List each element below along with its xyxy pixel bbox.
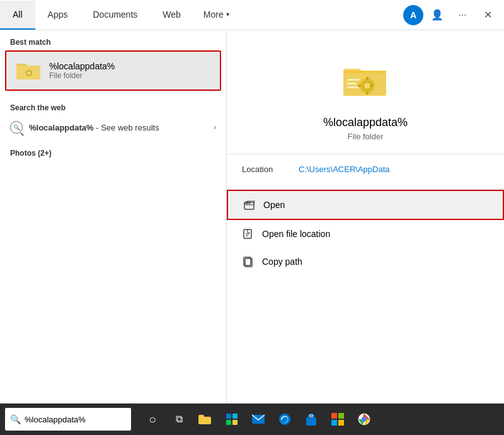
chrome-icon xyxy=(358,413,370,426)
main-content: Best match %localappdata% F xyxy=(0,30,504,403)
top-nav: All Apps Documents Web More ▾ A 👤 ··· ✕ xyxy=(0,0,504,30)
action-copy-path[interactable]: Copy path xyxy=(227,248,504,276)
meta-location-row: Location C:\Users\ACER\AppData xyxy=(242,165,489,174)
store-grid-icon xyxy=(226,413,238,426)
tab-documents[interactable]: Documents xyxy=(80,1,150,30)
copy-path-icon-svg xyxy=(243,256,254,267)
svg-rect-26 xyxy=(198,415,204,418)
close-icon: ✕ xyxy=(484,9,492,21)
edge-btn[interactable] xyxy=(273,408,296,431)
detail-title: %localappdata% xyxy=(323,116,408,129)
tab-more[interactable]: More ▾ xyxy=(193,1,239,30)
action-open-file-location[interactable]: Open file location xyxy=(227,220,504,248)
mail-btn[interactable] xyxy=(247,408,270,431)
photos-label: Photos (2+) xyxy=(0,141,226,161)
action-open[interactable]: Open xyxy=(227,190,504,220)
avatar[interactable]: A xyxy=(403,5,423,25)
explorer-icon xyxy=(198,414,212,425)
task-view-btn[interactable]: ⧉ xyxy=(168,408,190,431)
detail-meta: Location C:\Users\ACER\AppData xyxy=(227,165,504,179)
taskbar-icons: ○ ⧉ xyxy=(131,408,375,431)
best-match-text: %localappdata% File folder xyxy=(49,61,115,80)
tab-all[interactable]: All xyxy=(0,1,35,30)
svg-rect-27 xyxy=(226,414,231,419)
svg-rect-12 xyxy=(366,77,369,80)
svg-rect-33 xyxy=(306,417,316,426)
right-panel: %localappdata% File folder Location C:\U… xyxy=(227,30,504,403)
svg-rect-28 xyxy=(232,414,238,419)
chevron-down-icon: ▾ xyxy=(226,11,229,18)
person-icon: 👤 xyxy=(431,9,444,21)
photos-section: Photos (2+) xyxy=(0,141,226,161)
mail-icon xyxy=(251,414,265,424)
web-section-label: Search the web xyxy=(0,96,226,116)
taskbar-search-area[interactable]: 🔍 xyxy=(5,408,131,431)
best-match-title: %localappdata% xyxy=(49,61,115,71)
open-icon xyxy=(243,199,256,211)
search-window: All Apps Documents Web More ▾ A 👤 ··· ✕ … xyxy=(0,0,504,403)
folder-icon-small xyxy=(16,58,42,83)
action-file-location-label: Open file location xyxy=(262,229,330,239)
file-location-icon xyxy=(242,228,255,240)
search-input[interactable] xyxy=(25,415,126,424)
best-match-item[interactable]: %localappdata% File folder xyxy=(5,50,221,91)
chevron-right-icon: › xyxy=(214,123,216,132)
svg-rect-8 xyxy=(343,71,386,73)
detail-folder-icon xyxy=(340,55,391,106)
explorer-btn[interactable] xyxy=(194,408,217,431)
store-icon xyxy=(305,412,318,426)
svg-rect-18 xyxy=(347,86,358,88)
more-dots-icon: ··· xyxy=(458,9,466,21)
svg-rect-15 xyxy=(370,84,373,87)
more-options-btn[interactable]: ··· xyxy=(451,4,474,26)
svg-rect-35 xyxy=(331,413,337,419)
taskbar: 🔍 ○ ⧉ xyxy=(0,403,504,435)
web-search-item[interactable]: 🔍 %localappdata% - See web results › xyxy=(0,116,226,139)
web-search-section: Search the web 🔍 %localappdata% - See we… xyxy=(0,96,226,141)
store-btn[interactable] xyxy=(300,408,323,431)
svg-point-11 xyxy=(364,83,370,89)
tab-web[interactable]: Web xyxy=(150,1,193,30)
folder-icon-svg xyxy=(16,61,42,81)
svg-rect-30 xyxy=(232,420,238,425)
action-list: Open Open file location xyxy=(227,190,504,276)
location-label: Location xyxy=(242,165,286,174)
windows-tiles-icon xyxy=(331,413,344,426)
web-item-text: %localappdata% - See web results xyxy=(29,123,159,132)
copy-path-icon xyxy=(242,255,255,268)
left-panel: Best match %localappdata% F xyxy=(0,30,227,403)
action-open-label: Open xyxy=(263,200,285,210)
detail-divider-top xyxy=(227,154,504,154)
search-circle-icon: 🔍 xyxy=(10,121,23,134)
svg-rect-37 xyxy=(331,420,337,426)
action-copy-path-label: Copy path xyxy=(262,257,302,267)
windows-tiles-btn[interactable] xyxy=(326,408,349,431)
taskbar-search-icon: 🔍 xyxy=(10,414,21,424)
svg-rect-34 xyxy=(309,415,313,417)
svg-rect-13 xyxy=(366,91,369,95)
file-location-icon-svg xyxy=(243,228,254,240)
detail-folder-svg xyxy=(343,63,387,98)
svg-rect-36 xyxy=(338,413,344,419)
svg-rect-17 xyxy=(347,83,357,84)
nav-right: A 👤 ··· ✕ xyxy=(403,4,504,26)
edge-icon xyxy=(278,413,291,426)
detail-subtitle: File folder xyxy=(347,132,383,141)
svg-rect-16 xyxy=(347,79,360,81)
svg-rect-38 xyxy=(338,420,344,426)
chrome-btn[interactable] xyxy=(353,408,375,431)
svg-rect-29 xyxy=(226,420,231,425)
best-match-subtitle: File folder xyxy=(49,71,115,80)
store-grid-btn[interactable] xyxy=(220,408,243,431)
tab-apps[interactable]: Apps xyxy=(35,1,81,30)
person-icon-btn[interactable]: 👤 xyxy=(426,4,449,26)
svg-point-4 xyxy=(27,71,31,75)
best-match-label: Best match xyxy=(0,30,226,50)
svg-point-32 xyxy=(279,414,290,425)
location-value[interactable]: C:\Users\ACER\AppData xyxy=(299,165,390,174)
cortana-icon-btn[interactable]: ○ xyxy=(141,408,164,431)
close-btn[interactable]: ✕ xyxy=(476,4,499,26)
open-folder-icon-svg xyxy=(244,199,255,211)
